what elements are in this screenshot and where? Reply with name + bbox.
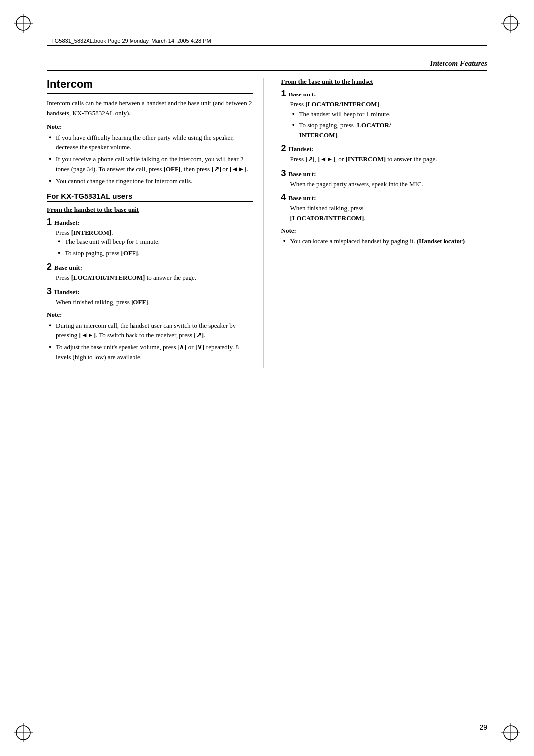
page-header: Intercom Features [47, 59, 487, 71]
note-item: You can locate a misplaced handset by pa… [283, 236, 488, 246]
note-item: To adjust the base unit's speaker volume… [49, 342, 253, 362]
page-number: 29 [479, 723, 487, 731]
step-label: Base unit: [289, 170, 316, 178]
from-handset-label: From the handset to the base unit [47, 206, 253, 214]
section-title: Intercom [47, 78, 253, 94]
step-r1: 1 Base unit: Press [LOCATOR/INTERCOM]. T… [281, 89, 488, 140]
from-base-label: From the base unit to the handset [281, 78, 488, 86]
bullet-item: To stop paging, press [OFF]. [58, 248, 253, 258]
note-label-1: Note: [47, 123, 253, 131]
step-2: 2 Base unit: Press [LOCATOR/INTERCOM] to… [47, 262, 253, 283]
step-r4: 4 Base unit: When finished talking, pres… [281, 192, 488, 223]
note-list-2: During an intercom call, the handset use… [47, 321, 253, 362]
step-1: 1 Handset: Press [INTERCOM]. The base un… [47, 217, 253, 258]
bullet-item: The base unit will beep for 1 minute. [58, 237, 253, 247]
step-label: Handset: [54, 288, 80, 296]
step-label: Base unit: [289, 194, 316, 202]
step-label: Base unit: [289, 91, 316, 98]
step-body: When finished talking, press [OFF]. [47, 297, 253, 307]
corner-mark-bl [14, 723, 33, 742]
note-item: During an intercom call, the handset use… [49, 321, 253, 340]
note-label-2: Note: [47, 311, 253, 319]
bullet-item: The handset will beep for 1 minute. [292, 109, 488, 119]
step-number: 1 [47, 217, 54, 227]
intro-text: Intercom calls can be made between a han… [47, 98, 253, 118]
corner-mark-br [501, 723, 520, 742]
step-body: Press [↗], [◄►], or [INTERCOM] to answer… [281, 154, 488, 164]
note-item: If you have difficulty hearing the other… [49, 133, 253, 152]
step-number: 1 [281, 89, 289, 98]
note-item: You cannot change the ringer tone for in… [49, 176, 253, 186]
step-body: Press [LOCATOR/INTERCOM] to answer the p… [47, 273, 253, 283]
step-number: 4 [281, 192, 289, 202]
step-number: 3 [281, 168, 289, 178]
note-item: If you receive a phone call while talkin… [49, 154, 253, 174]
step-r3: 3 Base unit: When the paged party answer… [281, 168, 488, 189]
step-r2: 2 Handset: Press [↗], [◄►], or [INTERCOM… [281, 143, 488, 164]
corner-mark-tl [14, 14, 33, 33]
header-title: Intercom Features [430, 59, 487, 67]
file-info-text: TG5831_5832AL.book Page 29 Monday, March… [51, 38, 211, 44]
bullet-item: To stop paging, press [LOCATOR/INTERCOM]… [292, 120, 488, 140]
content-area: Intercom Features Intercom Intercom call… [47, 59, 487, 707]
note-list-r: You can locate a misplaced handset by pa… [281, 236, 488, 246]
note-label-r: Note: [281, 227, 488, 235]
step-label: Handset: [289, 145, 314, 153]
corner-mark-tr [501, 14, 520, 33]
step-number: 3 [47, 286, 54, 296]
step-label: Base unit: [54, 264, 82, 271]
bottom-divider [47, 716, 487, 716]
step-number: 2 [281, 143, 289, 153]
step-body: Press [LOCATOR/INTERCOM]. The handset wi… [281, 99, 488, 140]
step-3: 3 Handset: When finished talking, press … [47, 286, 253, 307]
subsection-title: For KX-TG5831AL users [47, 192, 253, 202]
step-label: Handset: [54, 219, 80, 226]
step-body: When finished talking, press[LOCATOR/INT… [281, 203, 488, 223]
right-column: From the base unit to the handset 1 Base… [278, 78, 488, 368]
file-info-bar: TG5831_5832AL.book Page 29 Monday, March… [47, 36, 487, 46]
page: TG5831_5832AL.book Page 29 Monday, March… [0, 0, 534, 756]
step-body: When the paged party answers, speak into… [281, 179, 488, 189]
step-body: Press [INTERCOM]. The base unit will bee… [47, 228, 253, 258]
step-number: 2 [47, 262, 54, 272]
note-list-1: If you have difficulty hearing the other… [47, 133, 253, 186]
two-column-layout: Intercom Intercom calls can be made betw… [47, 78, 487, 368]
left-column: Intercom Intercom calls can be made betw… [47, 78, 264, 368]
